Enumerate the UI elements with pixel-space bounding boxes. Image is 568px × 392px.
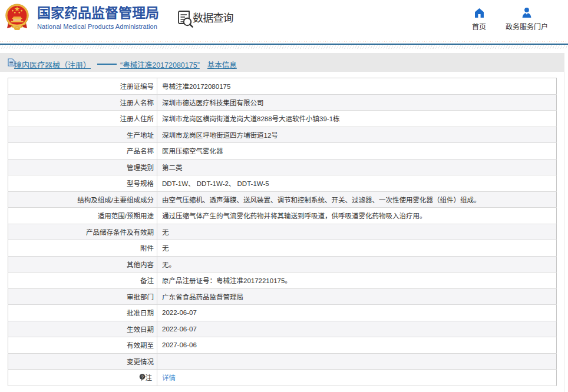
svg-text:?: ? bbox=[141, 374, 143, 380]
